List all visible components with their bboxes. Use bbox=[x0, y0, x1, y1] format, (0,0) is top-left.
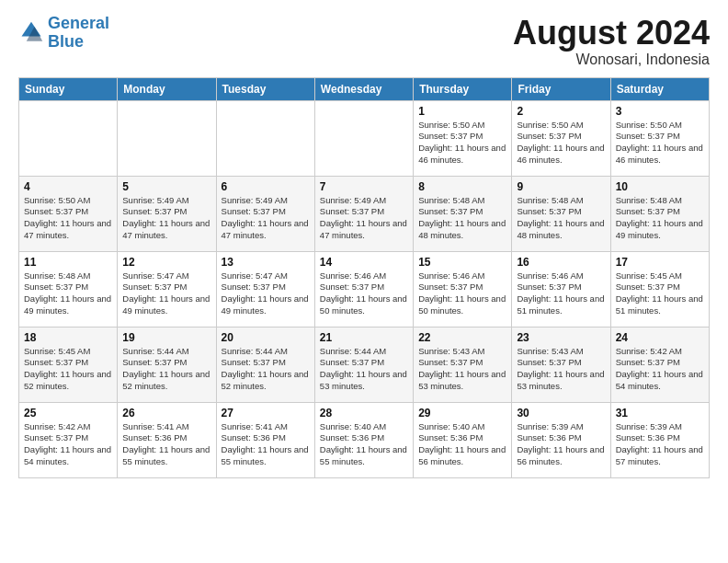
day-number: 4 bbox=[24, 180, 112, 193]
day-number: 19 bbox=[122, 331, 210, 344]
location: Wonosari, Indonesia bbox=[513, 52, 710, 68]
calendar-day-cell: 16Sunrise: 5:46 AM Sunset: 5:37 PM Dayli… bbox=[512, 251, 610, 327]
day-info: Sunrise: 5:46 AM Sunset: 5:37 PM Dayligh… bbox=[320, 270, 408, 317]
calendar-day-cell: 28Sunrise: 5:40 AM Sunset: 5:36 PM Dayli… bbox=[314, 402, 413, 477]
day-info: Sunrise: 5:48 AM Sunset: 5:37 PM Dayligh… bbox=[418, 195, 506, 242]
calendar-day-cell: 4Sunrise: 5:50 AM Sunset: 5:37 PM Daylig… bbox=[19, 176, 118, 251]
calendar-day-cell: 13Sunrise: 5:47 AM Sunset: 5:37 PM Dayli… bbox=[216, 251, 314, 327]
month-title: August 2024 bbox=[513, 15, 710, 52]
logo-text: GeneralBlue bbox=[48, 15, 109, 52]
day-number: 24 bbox=[616, 331, 704, 344]
day-info: Sunrise: 5:48 AM Sunset: 5:37 PM Dayligh… bbox=[517, 195, 605, 242]
day-number: 26 bbox=[122, 407, 210, 419]
calendar-day-cell bbox=[19, 100, 118, 176]
day-info: Sunrise: 5:50 AM Sunset: 5:37 PM Dayligh… bbox=[24, 195, 112, 242]
calendar-day-cell: 24Sunrise: 5:42 AM Sunset: 5:37 PM Dayli… bbox=[610, 327, 709, 402]
title-block: August 2024 Wonosari, Indonesia bbox=[513, 15, 710, 68]
day-number: 29 bbox=[418, 407, 506, 419]
day-info: Sunrise: 5:42 AM Sunset: 5:37 PM Dayligh… bbox=[24, 421, 112, 468]
day-info: Sunrise: 5:47 AM Sunset: 5:37 PM Dayligh… bbox=[122, 270, 210, 317]
calendar-day-cell: 14Sunrise: 5:46 AM Sunset: 5:37 PM Dayli… bbox=[314, 251, 413, 327]
day-info: Sunrise: 5:50 AM Sunset: 5:37 PM Dayligh… bbox=[418, 120, 506, 167]
day-number: 15 bbox=[418, 256, 506, 269]
col-thursday: Thursday bbox=[414, 77, 512, 100]
calendar-week-row: 4Sunrise: 5:50 AM Sunset: 5:37 PM Daylig… bbox=[19, 176, 710, 251]
calendar-day-cell: 29Sunrise: 5:40 AM Sunset: 5:36 PM Dayli… bbox=[414, 402, 512, 477]
day-number: 21 bbox=[320, 331, 408, 344]
calendar-day-cell: 7Sunrise: 5:49 AM Sunset: 5:37 PM Daylig… bbox=[314, 176, 413, 251]
day-info: Sunrise: 5:40 AM Sunset: 5:36 PM Dayligh… bbox=[320, 421, 408, 468]
day-number: 12 bbox=[122, 256, 210, 269]
calendar-day-cell: 26Sunrise: 5:41 AM Sunset: 5:36 PM Dayli… bbox=[118, 402, 216, 477]
day-info: Sunrise: 5:44 AM Sunset: 5:37 PM Dayligh… bbox=[122, 346, 210, 393]
day-number: 5 bbox=[122, 180, 210, 193]
day-number: 2 bbox=[517, 105, 605, 118]
page: GeneralBlue August 2024 Wonosari, Indone… bbox=[0, 0, 728, 488]
day-number: 1 bbox=[418, 105, 506, 118]
col-saturday: Saturday bbox=[610, 77, 709, 100]
day-info: Sunrise: 5:44 AM Sunset: 5:37 PM Dayligh… bbox=[320, 346, 408, 393]
calendar-day-cell: 17Sunrise: 5:45 AM Sunset: 5:37 PM Dayli… bbox=[610, 251, 709, 327]
day-number: 18 bbox=[24, 331, 112, 344]
calendar-day-cell: 6Sunrise: 5:49 AM Sunset: 5:37 PM Daylig… bbox=[216, 176, 314, 251]
calendar-day-cell: 21Sunrise: 5:44 AM Sunset: 5:37 PM Dayli… bbox=[314, 327, 413, 402]
calendar-day-cell: 11Sunrise: 5:48 AM Sunset: 5:37 PM Dayli… bbox=[19, 251, 118, 327]
day-info: Sunrise: 5:45 AM Sunset: 5:37 PM Dayligh… bbox=[616, 270, 704, 317]
day-number: 25 bbox=[24, 407, 112, 419]
day-number: 20 bbox=[222, 331, 310, 344]
day-number: 16 bbox=[517, 256, 605, 269]
day-info: Sunrise: 5:46 AM Sunset: 5:37 PM Dayligh… bbox=[517, 270, 605, 317]
day-info: Sunrise: 5:48 AM Sunset: 5:37 PM Dayligh… bbox=[616, 195, 704, 242]
calendar-day-cell: 10Sunrise: 5:48 AM Sunset: 5:37 PM Dayli… bbox=[610, 176, 709, 251]
day-info: Sunrise: 5:40 AM Sunset: 5:36 PM Dayligh… bbox=[418, 421, 506, 468]
day-number: 27 bbox=[222, 407, 310, 419]
day-number: 8 bbox=[418, 180, 506, 193]
calendar-week-row: 18Sunrise: 5:45 AM Sunset: 5:37 PM Dayli… bbox=[19, 327, 710, 402]
col-monday: Monday bbox=[118, 77, 216, 100]
calendar-day-cell: 30Sunrise: 5:39 AM Sunset: 5:36 PM Dayli… bbox=[512, 402, 610, 477]
day-info: Sunrise: 5:39 AM Sunset: 5:36 PM Dayligh… bbox=[616, 421, 704, 468]
calendar-header-row: Sunday Monday Tuesday Wednesday Thursday… bbox=[19, 77, 710, 100]
day-info: Sunrise: 5:49 AM Sunset: 5:37 PM Dayligh… bbox=[122, 195, 210, 242]
day-number: 10 bbox=[616, 180, 704, 193]
col-sunday: Sunday bbox=[19, 77, 118, 100]
calendar-week-row: 11Sunrise: 5:48 AM Sunset: 5:37 PM Dayli… bbox=[19, 251, 710, 327]
logo-icon bbox=[18, 20, 44, 46]
calendar-day-cell: 22Sunrise: 5:43 AM Sunset: 5:37 PM Dayli… bbox=[414, 327, 512, 402]
calendar-day-cell: 2Sunrise: 5:50 AM Sunset: 5:37 PM Daylig… bbox=[512, 100, 610, 176]
day-number: 9 bbox=[517, 180, 605, 193]
day-info: Sunrise: 5:47 AM Sunset: 5:37 PM Dayligh… bbox=[222, 270, 310, 317]
day-number: 3 bbox=[616, 105, 704, 118]
logo: GeneralBlue bbox=[18, 15, 109, 52]
day-number: 6 bbox=[222, 180, 310, 193]
calendar-day-cell: 18Sunrise: 5:45 AM Sunset: 5:37 PM Dayli… bbox=[19, 327, 118, 402]
day-number: 11 bbox=[24, 256, 112, 269]
day-info: Sunrise: 5:48 AM Sunset: 5:37 PM Dayligh… bbox=[24, 270, 112, 317]
calendar-day-cell: 3Sunrise: 5:50 AM Sunset: 5:37 PM Daylig… bbox=[610, 100, 709, 176]
day-info: Sunrise: 5:43 AM Sunset: 5:37 PM Dayligh… bbox=[418, 346, 506, 393]
day-info: Sunrise: 5:42 AM Sunset: 5:37 PM Dayligh… bbox=[616, 346, 704, 393]
calendar-day-cell bbox=[216, 100, 314, 176]
calendar-day-cell: 8Sunrise: 5:48 AM Sunset: 5:37 PM Daylig… bbox=[414, 176, 512, 251]
calendar-table: Sunday Monday Tuesday Wednesday Thursday… bbox=[18, 77, 710, 478]
day-number: 28 bbox=[320, 407, 408, 419]
calendar-week-row: 1Sunrise: 5:50 AM Sunset: 5:37 PM Daylig… bbox=[19, 100, 710, 176]
calendar-day-cell bbox=[314, 100, 413, 176]
day-info: Sunrise: 5:45 AM Sunset: 5:37 PM Dayligh… bbox=[24, 346, 112, 393]
day-info: Sunrise: 5:46 AM Sunset: 5:37 PM Dayligh… bbox=[418, 270, 506, 317]
calendar-week-row: 25Sunrise: 5:42 AM Sunset: 5:37 PM Dayli… bbox=[19, 402, 710, 477]
day-number: 30 bbox=[517, 407, 605, 419]
col-tuesday: Tuesday bbox=[216, 77, 314, 100]
calendar-day-cell: 12Sunrise: 5:47 AM Sunset: 5:37 PM Dayli… bbox=[118, 251, 216, 327]
header: GeneralBlue August 2024 Wonosari, Indone… bbox=[18, 15, 710, 68]
calendar-day-cell: 19Sunrise: 5:44 AM Sunset: 5:37 PM Dayli… bbox=[118, 327, 216, 402]
day-number: 22 bbox=[418, 331, 506, 344]
day-info: Sunrise: 5:49 AM Sunset: 5:37 PM Dayligh… bbox=[222, 195, 310, 242]
day-info: Sunrise: 5:50 AM Sunset: 5:37 PM Dayligh… bbox=[616, 120, 704, 167]
day-number: 14 bbox=[320, 256, 408, 269]
day-number: 13 bbox=[222, 256, 310, 269]
day-info: Sunrise: 5:49 AM Sunset: 5:37 PM Dayligh… bbox=[320, 195, 408, 242]
day-info: Sunrise: 5:41 AM Sunset: 5:36 PM Dayligh… bbox=[122, 421, 210, 468]
day-number: 7 bbox=[320, 180, 408, 193]
day-info: Sunrise: 5:41 AM Sunset: 5:36 PM Dayligh… bbox=[222, 421, 310, 468]
